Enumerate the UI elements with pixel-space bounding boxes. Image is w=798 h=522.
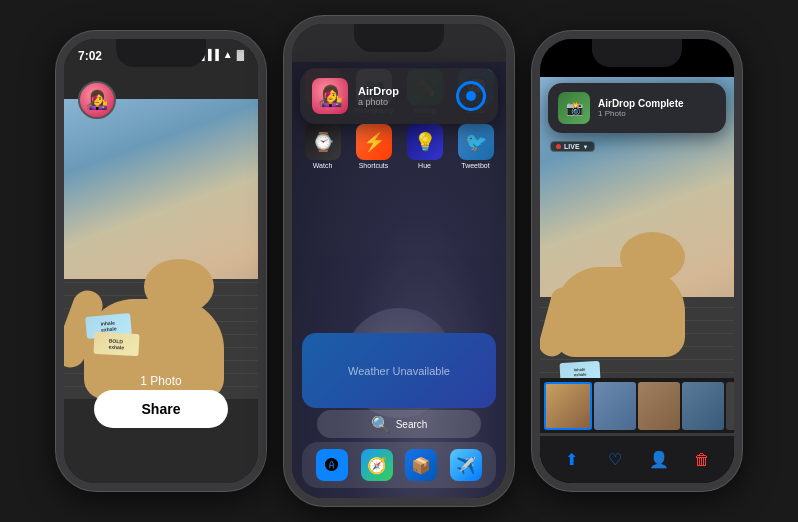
photo-count-label: 1 Photo: [64, 374, 258, 388]
app-shortcuts[interactable]: ⚡ Shortcuts: [351, 124, 396, 169]
photos-icon-emoji: 📸: [566, 100, 583, 116]
dock-direct[interactable]: ✈️: [450, 449, 482, 481]
strip-thumb-main: [544, 382, 592, 430]
hue-icon: 💡: [407, 124, 443, 160]
signal-icon: ▐▐▐: [198, 49, 219, 60]
wifi-icon: ▲: [223, 49, 233, 60]
search-icon: 🔍: [371, 415, 391, 434]
cat-head: [144, 259, 214, 314]
cat-photo-area: inhaleexhale BOLDexhale: [64, 99, 258, 399]
notif-title: AirDrop: [358, 85, 446, 97]
battery-icon: ▓: [237, 49, 244, 60]
complete-app-icon: 📸: [558, 92, 590, 124]
complete-title: AirDrop Complete: [598, 98, 716, 109]
notif-avatar-emoji: 👩‍🎤: [312, 78, 348, 114]
strip-thumb-3: [682, 382, 724, 430]
dock-appstore[interactable]: 🅐: [316, 449, 348, 481]
strip-thumb-4: [726, 382, 734, 430]
app-watch[interactable]: ⌚ Watch: [300, 124, 345, 169]
share-toolbar-icon[interactable]: ⬆: [560, 448, 584, 472]
notif-subtitle: a photo: [358, 97, 446, 107]
watch-icon: ⌚: [305, 124, 341, 160]
dock-dropbox[interactable]: 📦: [405, 449, 437, 481]
cat-body-3: [555, 267, 685, 357]
hue-label: Hue: [418, 162, 431, 169]
phone-3: inhaleexhale LIVE ▼ 📸 AirDrop Complete 1…: [532, 31, 742, 491]
status-bar-3: [540, 39, 734, 77]
cat-head-3: [620, 232, 685, 282]
toolbar-bottom: ⬆ ♡ 👤 🗑: [540, 435, 734, 483]
sender-avatar: 👩‍🎤: [78, 81, 116, 119]
phone-2: 🎵 Music 📷 Photography ✏️ Writing 💬 Socia…: [284, 16, 514, 506]
status-time-1: 7:02: [78, 49, 102, 63]
airdrop-accept-button[interactable]: [456, 81, 486, 111]
tweetbot-label: Tweetbot: [461, 162, 489, 169]
status-bar-2: [292, 24, 506, 62]
notif-sender-avatar: 👩‍🎤: [312, 78, 348, 114]
complete-text-block: AirDrop Complete 1 Photo: [598, 98, 716, 118]
accept-inner-dot: [466, 91, 476, 101]
dock-safari[interactable]: 🧭: [361, 449, 393, 481]
airdrop-complete-notification: 📸 AirDrop Complete 1 Photo: [548, 83, 726, 133]
status-bar-1: 7:02 ▐▐▐ ▲ ▓: [64, 39, 258, 77]
share-button-label: Share: [142, 401, 181, 417]
sticker-bold: BOLDexhale: [93, 332, 139, 356]
person-add-icon[interactable]: 👤: [647, 448, 671, 472]
strip-thumb-2: [638, 382, 680, 430]
shortcuts-label: Shortcuts: [359, 162, 389, 169]
search-label: Search: [396, 419, 428, 430]
airdrop-notification[interactable]: 👩‍🎤 AirDrop a photo: [300, 68, 498, 124]
live-badge: LIVE ▼: [550, 141, 595, 152]
strip-thumb-1: [594, 382, 636, 430]
shortcuts-icon: ⚡: [356, 124, 392, 160]
live-label: LIVE: [564, 143, 580, 150]
weather-unavailable-text: Weather Unavailable: [348, 365, 450, 377]
dock: 🅐 🧭 📦 ✈️: [302, 442, 496, 488]
phone-1: 7:02 ▐▐▐ ▲ ▓ 👩‍🎤 inhaleexhale BOLDexhale…: [56, 31, 266, 491]
weather-widget: Weather Unavailable: [302, 333, 496, 408]
delete-icon[interactable]: 🗑: [690, 448, 714, 472]
tweetbot-icon: 🐦: [458, 124, 494, 160]
live-chevron: ▼: [583, 144, 589, 150]
status-icons-1: ▐▐▐ ▲ ▓: [198, 49, 244, 60]
app-row-2: ⌚ Watch ⚡ Shortcuts 💡 Hue 🐦 Tweetbot: [292, 119, 506, 174]
heart-toolbar-icon[interactable]: ♡: [603, 448, 627, 472]
app-tweetbot[interactable]: 🐦 Tweetbot: [453, 124, 498, 169]
notif-text-block: AirDrop a photo: [358, 85, 446, 107]
live-dot: [556, 144, 561, 149]
photo-strip: [540, 378, 734, 433]
app-hue[interactable]: 💡 Hue: [402, 124, 447, 169]
search-bar[interactable]: 🔍 Search: [317, 410, 481, 438]
avatar-emoji: 👩‍🎤: [86, 89, 108, 111]
share-button[interactable]: Share: [94, 390, 228, 428]
watch-label: Watch: [313, 162, 333, 169]
complete-subtitle: 1 Photo: [598, 109, 716, 118]
